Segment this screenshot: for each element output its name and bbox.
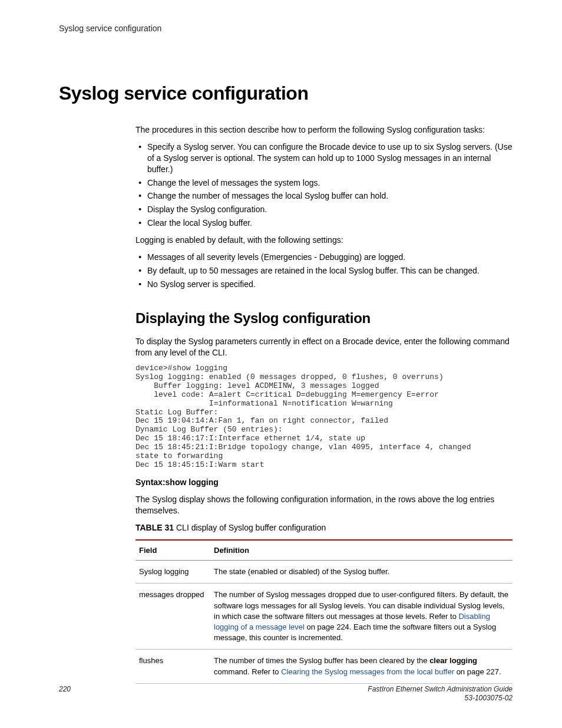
section-title: Displaying the Syslog configuration — [135, 309, 513, 328]
page-footer: 220 FastIron Ethernet Switch Administrat… — [59, 685, 513, 703]
list-item: No Syslog server is specified. — [146, 279, 513, 290]
doc-number: 53-1003075-02 — [465, 694, 513, 702]
table-cell-field: flushes — [135, 650, 210, 683]
list-item: By default, up to 50 messages are retain… — [146, 265, 513, 276]
list-item: Clear the local Syslog buffer. — [146, 218, 513, 229]
table-caption-text: CLI display of Syslog buffer configurati… — [176, 523, 326, 532]
tasks-list: Specify a Syslog server. You can configu… — [135, 141, 513, 229]
main-content: Syslog service configuration The procedu… — [59, 83, 513, 684]
defaults-list: Messages of all severity levels (Emergen… — [135, 252, 513, 290]
list-item: Change the number of messages the local … — [146, 190, 513, 202]
running-header: Syslog service configuration — [59, 24, 161, 33]
table-cell-definition: The number of Syslog messages dropped du… — [210, 584, 513, 650]
page-number: 220 — [59, 685, 71, 693]
doc-title: FastIron Ethernet Switch Administration … — [368, 685, 513, 693]
def-text: on page 227. — [454, 667, 501, 676]
link-clearing-syslog[interactable]: Clearing the Syslog messages from the lo… — [281, 667, 454, 676]
syntax-label: Syntax: — [135, 477, 166, 487]
list-item: Specify a Syslog server. You can configu… — [146, 141, 513, 175]
table-label: TABLE 31 — [135, 523, 176, 532]
table-caption: TABLE 31 CLI display of Syslog buffer co… — [135, 522, 513, 533]
table-header-field: Field — [135, 540, 210, 561]
syntax-command: show logging — [166, 477, 219, 487]
display-intro: To display the Syslog parameters current… — [135, 336, 513, 358]
table-cell-field: messages dropped — [135, 584, 210, 650]
table-row: messages dropped The number of Syslog me… — [135, 584, 513, 650]
def-text: The number of times the Syslog buffer ha… — [214, 656, 429, 665]
def-text: command. Refer to — [214, 667, 281, 676]
table-cell-definition: The number of times the Syslog buffer ha… — [210, 650, 513, 683]
page-title: Syslog service configuration — [59, 83, 513, 104]
table-header-definition: Definition — [210, 540, 513, 561]
syslog-config-table: Field Definition Syslog logging The stat… — [135, 539, 513, 684]
intro-paragraph: The procedures in this section describe … — [135, 124, 513, 136]
list-item: Display the Syslog configuration. — [146, 204, 513, 215]
list-item: Messages of all severity levels (Emergen… — [146, 252, 513, 263]
table-row: flushes The number of times the Syslog b… — [135, 650, 513, 683]
table-cell-field: Syslog logging — [135, 561, 210, 584]
defaults-lead: Logging is enabled by default, with the … — [135, 235, 513, 246]
syntax-line: Syntax:show logging — [135, 477, 513, 488]
list-item: Change the level of messages the system … — [146, 177, 513, 189]
after-syntax-paragraph: The Syslog display shows the following c… — [135, 494, 513, 516]
code-block: device>#show logging Syslog logging: ena… — [135, 364, 513, 470]
command-name: clear logging — [429, 656, 477, 665]
table-row: Syslog logging The state (enabled or dis… — [135, 561, 513, 584]
table-cell-definition: The state (enabled or disabled) of the S… — [210, 561, 513, 584]
